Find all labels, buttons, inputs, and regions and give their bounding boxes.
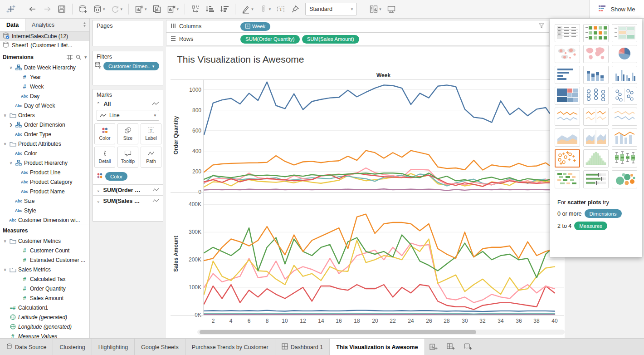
pane-tab-data[interactable]: Data [0, 19, 25, 31]
show-me-button[interactable]: Show Me [590, 0, 644, 18]
sheet-tab-highlighting[interactable]: Highlighting [92, 339, 135, 355]
color-pill[interactable]: Color [105, 172, 127, 181]
dimension-field-color[interactable]: AbcColor [0, 148, 89, 158]
show-me-tile-side-by-side-bars[interactable] [612, 66, 637, 84]
measure-field-customer-metrics[interactable]: ∨Customer Metrics [0, 236, 89, 246]
show-me-tile-pie-chart[interactable] [612, 45, 637, 63]
rows-pill-sum-order-quantity-[interactable]: SUM(Order Quantity) [240, 35, 300, 44]
dimension-field-day[interactable]: AbcDay [0, 91, 89, 101]
x-axis-field-label[interactable]: Week [203, 72, 564, 79]
new-data-source-button[interactable] [76, 2, 90, 16]
dimension-field-product-category[interactable]: AbcProduct Category [0, 177, 89, 187]
columns-pill-week[interactable]: Week [240, 22, 270, 31]
show-me-tile-scatter-plot[interactable] [555, 149, 580, 168]
save-button[interactable] [55, 2, 68, 16]
show-me-tile-dual-combination[interactable] [612, 128, 637, 147]
sheet-tab-dashboard-1[interactable]: Dashboard 1 [275, 339, 330, 355]
show-me-tile-discrete-lines[interactable] [583, 108, 609, 126]
show-me-tile-continuous-area[interactable] [555, 128, 580, 147]
sheet-tab-clustering[interactable]: Clustering [53, 339, 92, 355]
mark-card-sum-sales-amount[interactable]: ⌄SUM(Sales … [93, 195, 163, 206]
measure-field-customer-count[interactable]: #Customer Count [0, 246, 89, 255]
pages-card[interactable]: Pages [93, 20, 163, 46]
dimension-field-day-of-week[interactable]: AbcDay of Week [0, 101, 89, 110]
pane-menu-caret-icon[interactable]: ▾ [84, 55, 87, 59]
filter-pill-customer-dimension[interactable]: Customer Dimen..▾ [103, 62, 159, 70]
show-me-tile-box-and-whisker[interactable] [612, 149, 637, 168]
show-hide-cards-button[interactable]: ▾ [367, 2, 384, 16]
marks-tooltip-button[interactable]: Tooltip [117, 147, 138, 168]
show-me-tile-dual-lines[interactable] [612, 108, 637, 126]
mark-type-dropdown[interactable]: Line ▾ [97, 110, 159, 121]
marks-label-button[interactable]: TLabel [141, 123, 161, 144]
rows-pill-sum-sales-amount-[interactable]: SUM(Sales Amount) [302, 35, 359, 44]
dimension-field-product-name[interactable]: AbcProduct Name [0, 187, 89, 196]
tableau-logo-button[interactable] [4, 2, 18, 16]
measure-field-calculation1[interactable]: =#Calculation1 [0, 303, 89, 312]
show-me-tile-text-table[interactable] [555, 24, 580, 42]
view-data-grid-icon[interactable] [67, 55, 73, 60]
show-me-tile-highlight-table[interactable] [583, 24, 609, 42]
duplicate-sheet-button[interactable] [150, 2, 164, 16]
data-source-item[interactable]: >Sheet1 (Customer Lifet... [0, 41, 89, 50]
show-me-tile-continuous-lines[interactable] [555, 108, 580, 126]
run-update-button[interactable]: ▾ [108, 2, 125, 16]
undo-back-button[interactable] [26, 2, 39, 16]
dimension-field-week[interactable]: #Week [0, 82, 89, 91]
pause-auto-updates-button[interactable]: ▾ [91, 2, 107, 16]
show-me-tile-stacked-bars[interactable] [583, 66, 609, 84]
dimension-field-size[interactable]: AbcSize [0, 196, 89, 206]
sheet-tab-this-visualization-is-awesome[interactable]: This Visualization is Awesome [330, 339, 424, 355]
show-me-tile-histogram[interactable] [583, 149, 609, 168]
measure-field-sales-metrics[interactable]: ∨Sales Metrics [0, 265, 89, 274]
dimension-field-product-attributes[interactable]: ∨Product Attributes [0, 139, 89, 148]
pane-tab-analytics[interactable]: Analytics [25, 19, 61, 31]
show-me-tile-packed-bubbles[interactable] [612, 170, 637, 188]
line-chart-order-quantity[interactable] [203, 79, 564, 192]
marks-detail-button[interactable]: Detail [94, 147, 115, 168]
show-me-tile-side-by-side-circles[interactable] [612, 87, 637, 105]
sheet-tab-google-sheets[interactable]: Google Sheets [135, 339, 185, 355]
dimension-field-style[interactable]: AbcStyle [0, 206, 89, 215]
columns-shelf[interactable]: Columns Week [166, 20, 549, 33]
show-me-tile-discrete-area[interactable] [583, 128, 609, 147]
sort-ascending-button[interactable] [203, 2, 217, 16]
marks-path-button[interactable]: Path [141, 147, 161, 168]
rows-shelf[interactable]: Rows SUM(Order Quantity)SUM(Sales Amount… [166, 33, 549, 45]
new-worksheet-button[interactable] [425, 339, 442, 355]
new-dashboard-button[interactable] [442, 339, 459, 355]
new-story-button[interactable] [459, 339, 477, 355]
show-mark-labels-button[interactable]: T [274, 2, 288, 16]
dimension-field-product-line[interactable]: AbcProduct Line [0, 168, 89, 177]
dimension-field-year[interactable]: #Year [0, 72, 89, 82]
dimension-field-customer-dimension-wi-[interactable]: AbcCustomer Dimension wi... [0, 215, 89, 225]
filters-card[interactable]: Filters Customer Dimen..▾ [93, 51, 163, 85]
sort-descending-button[interactable] [218, 2, 231, 16]
new-worksheet-button[interactable]: ▾ [132, 2, 149, 16]
measure-field-estimated-customer-[interactable]: #Estimated Customer ... [0, 255, 89, 265]
highlight-button[interactable]: ▾ [239, 2, 256, 16]
measure-field-sales-amount[interactable]: #Sales Amount [0, 293, 89, 303]
dimension-field-date-week-hierarchy[interactable]: ∨Date Week Hierarchy [0, 63, 89, 72]
find-field-icon[interactable] [76, 54, 81, 60]
show-me-tile-heat-map[interactable] [612, 24, 637, 42]
measure-field-longitude-generated-[interactable]: Longitude (generated) [0, 322, 89, 331]
shelf-funnel-icon[interactable] [539, 23, 544, 30]
clear-sheet-button[interactable]: ▾ [165, 2, 181, 16]
marks-size-button[interactable]: Size [117, 123, 138, 144]
show-me-tile-filled-map[interactable] [583, 45, 609, 63]
measure-field-order-quantity[interactable]: #Order Quantity [0, 284, 89, 293]
measure-field-latitude-generated-[interactable]: Latitude (generated) [0, 312, 89, 322]
y-axis-title[interactable]: Order Quantity [173, 108, 179, 163]
measure-field-calculated-tax[interactable]: #Calculated Tax [0, 274, 89, 284]
show-me-tile-symbol-map[interactable] [555, 45, 580, 63]
sheet-tab-purchase-trends-by-customer[interactable]: Purchase Trends by Customer [185, 339, 275, 355]
show-me-tile-bullet-graph[interactable] [583, 170, 609, 188]
show-me-tile-treemap[interactable] [555, 87, 580, 105]
line-chart-sales-amount[interactable] [203, 193, 564, 315]
expand-hierarchy-icon[interactable] [245, 24, 250, 30]
dimension-field-product-hierarchy[interactable]: ∨Product Hierarchy [0, 158, 89, 168]
marks-color-button[interactable]: Color [94, 123, 115, 144]
data-source-item[interactable]: InternetSalesCube (12) [0, 32, 89, 41]
y-axis-title[interactable]: Sales Amount [173, 227, 179, 281]
